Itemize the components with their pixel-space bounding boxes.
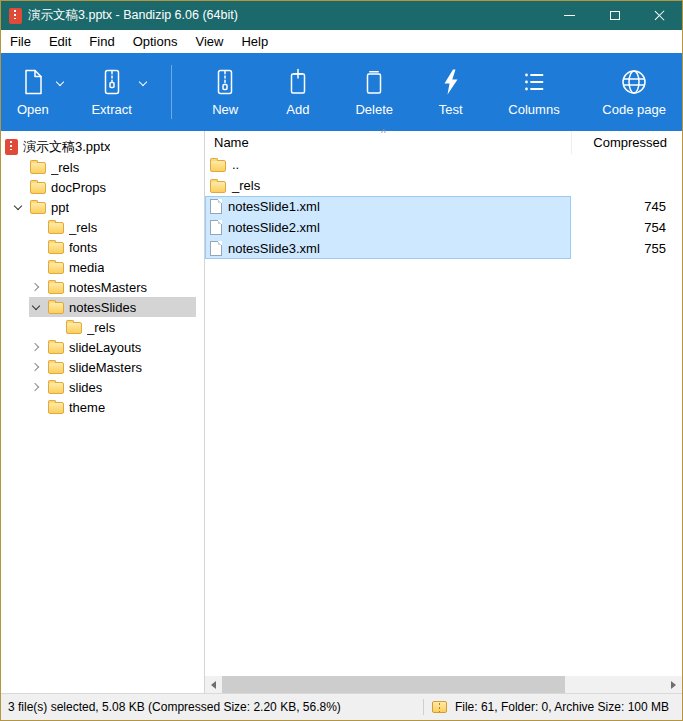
expander-expanded-icon[interactable]: [11, 200, 25, 214]
tree-item-label: notesSlides: [69, 300, 136, 315]
list-item-updir[interactable]: ..: [205, 154, 682, 175]
tree-item-theme[interactable]: theme: [1, 397, 204, 417]
tree-item-label: slides: [69, 380, 102, 395]
menu-help[interactable]: Help: [232, 30, 277, 53]
delete-file-icon: [359, 67, 389, 97]
expander-expanded-icon[interactable]: [29, 300, 43, 314]
column-header-compressed[interactable]: Compressed: [571, 131, 682, 154]
file-list: Name ^ Compressed ..: [205, 131, 682, 693]
list-item-notesslide2[interactable]: notesSlide2.xml 754: [205, 217, 682, 238]
menu-view[interactable]: View: [186, 30, 232, 53]
titlebar: 演示文稿3.pptx - Bandizip 6.06 (64bit): [1, 1, 682, 30]
file-name: notesSlide1.xml: [228, 199, 320, 214]
horizontal-scrollbar[interactable]: [205, 676, 682, 693]
expander-slot: [47, 320, 61, 334]
folder-icon: [48, 402, 64, 414]
file-name: notesSlide3.xml: [228, 241, 320, 256]
tree-item-label: media: [69, 260, 104, 275]
tree-item-label: slideLayouts: [69, 340, 141, 355]
list-item-notesslide3[interactable]: notesSlide3.xml 755: [205, 238, 682, 259]
open-button[interactable]: Open: [13, 65, 53, 119]
compressed-size: 755: [571, 241, 682, 256]
folder-icon: [30, 182, 46, 194]
sort-ascending-icon: ^: [381, 128, 386, 139]
expander-slot: [29, 260, 43, 274]
tree-item-ppt-rels[interactable]: _rels: [1, 217, 204, 237]
tree-item-ppt[interactable]: ppt: [1, 197, 204, 217]
tree-item-docprops[interactable]: docProps: [1, 177, 204, 197]
column-header-name[interactable]: Name ^: [205, 131, 571, 154]
codepage-button[interactable]: Code page: [598, 65, 670, 119]
bandizip-window: 演示文稿3.pptx - Bandizip 6.06 (64bit) File …: [0, 0, 683, 721]
delete-button[interactable]: Delete: [351, 65, 397, 119]
folder-icon: [48, 222, 64, 234]
expander-slot: [29, 400, 43, 414]
delete-label: Delete: [355, 102, 393, 117]
statusbar-divider: [423, 699, 424, 715]
folder-icon: [48, 362, 64, 374]
close-button[interactable]: [637, 1, 682, 30]
tree-item-fonts[interactable]: fonts: [1, 237, 204, 257]
tree-item-notesmasters[interactable]: notesMasters: [1, 277, 204, 297]
menu-edit[interactable]: Edit: [40, 30, 80, 53]
folder-icon: [66, 322, 82, 334]
menu-options[interactable]: Options: [124, 30, 187, 53]
folder-icon: [48, 282, 64, 294]
tree-item-slidelayouts[interactable]: slideLayouts: [1, 337, 204, 357]
tree-item-archive-root[interactable]: 演示文稿3.pptx: [1, 137, 204, 157]
scroll-left-button[interactable]: [205, 676, 222, 693]
add-label: Add: [286, 102, 309, 117]
open-label: Open: [17, 102, 49, 117]
folder-tree: 演示文稿3.pptx _rels docProps: [1, 131, 205, 693]
tree-item-rels[interactable]: _rels: [1, 157, 204, 177]
expander-collapsed-icon[interactable]: [29, 380, 43, 394]
tree-item-label: notesMasters: [69, 280, 147, 295]
maximize-button[interactable]: [592, 1, 637, 30]
column-name-label: Name: [214, 135, 249, 150]
file-name: _rels: [232, 178, 260, 193]
folder-icon: [48, 302, 64, 314]
folder-icon: [48, 242, 64, 254]
window-title: 演示文稿3.pptx - Bandizip 6.06 (64bit): [28, 7, 547, 24]
folder-icon: [30, 162, 46, 174]
minimize-button[interactable]: [547, 1, 592, 30]
extract-dropdown-icon[interactable]: [139, 78, 147, 86]
expander-slot: [11, 160, 25, 174]
tree-item-label: _rels: [87, 320, 115, 335]
test-button[interactable]: Test: [432, 65, 470, 119]
tree-item-slidemasters[interactable]: slideMasters: [1, 357, 204, 377]
file-name: ..: [232, 157, 239, 172]
list-item-rels[interactable]: _rels: [205, 175, 682, 196]
list-item-notesslide1[interactable]: notesSlide1.xml 745: [205, 196, 682, 217]
columns-button[interactable]: Columns: [504, 65, 563, 119]
extract-button[interactable]: Extract: [87, 65, 135, 119]
folder-icon: [48, 342, 64, 354]
close-icon: [654, 10, 665, 21]
toolbar-divider: [171, 65, 172, 119]
tree-item-label: _rels: [51, 160, 79, 175]
tree-item-label: _rels: [69, 220, 97, 235]
expander-collapsed-icon[interactable]: [29, 340, 43, 354]
archive-icon: [432, 701, 447, 713]
compressed-size: 754: [571, 220, 682, 235]
add-button[interactable]: Add: [279, 65, 317, 119]
scrollbar-thumb[interactable]: [222, 676, 565, 693]
expander-collapsed-icon[interactable]: [29, 280, 43, 294]
menu-find[interactable]: Find: [80, 30, 123, 53]
expander-collapsed-icon[interactable]: [29, 360, 43, 374]
scroll-right-button[interactable]: [665, 676, 682, 693]
tree-item-media[interactable]: media: [1, 257, 204, 277]
extract-archive-icon: [97, 67, 127, 97]
main-area: 演示文稿3.pptx _rels docProps: [1, 131, 682, 693]
open-dropdown-icon[interactable]: [56, 78, 64, 86]
tree-item-notesslides[interactable]: notesSlides: [1, 297, 204, 317]
tree-item-slides[interactable]: slides: [1, 377, 204, 397]
menu-file[interactable]: File: [1, 30, 40, 53]
tree-item-notesslides-rels[interactable]: _rels: [1, 317, 204, 337]
columns-label: Columns: [508, 102, 559, 117]
toolbar: Open Extract New: [1, 53, 682, 131]
list-rows: .. _rels notesSlide1.xml: [205, 154, 682, 676]
selection-summary: 3 file(s) selected, 5.08 KB (Compressed …: [8, 700, 415, 714]
new-button[interactable]: New: [206, 65, 244, 119]
tree-item-label: 演示文稿3.pptx: [23, 138, 110, 156]
